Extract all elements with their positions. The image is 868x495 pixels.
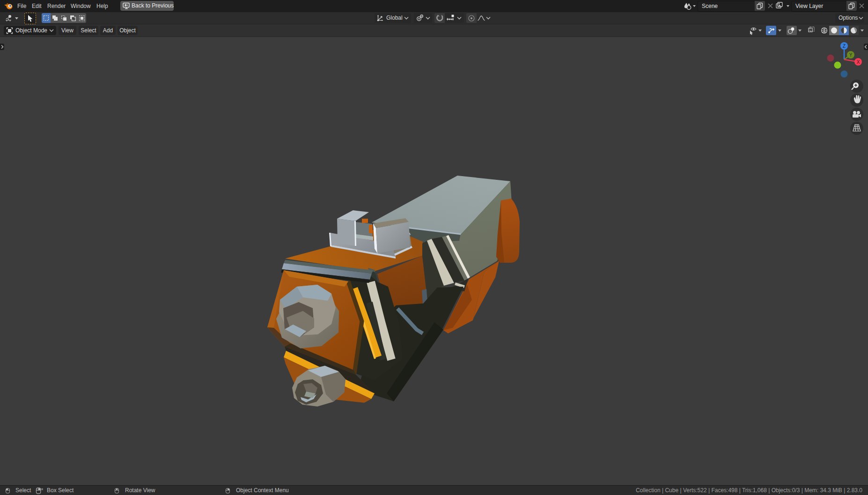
- svg-text:X: X: [857, 59, 860, 65]
- svg-text:Y: Y: [849, 52, 853, 58]
- svg-text:Z: Z: [843, 44, 846, 49]
